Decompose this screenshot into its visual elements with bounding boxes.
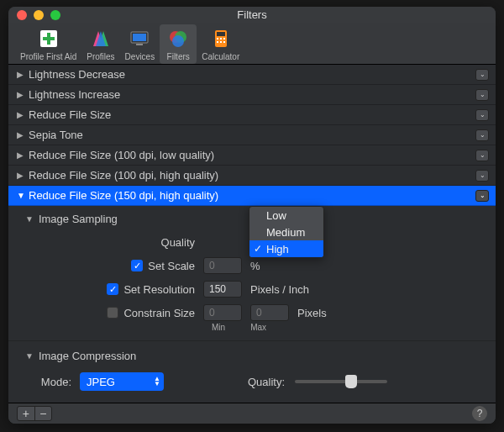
disclosure-right-icon: ▶ [17, 90, 25, 99]
filter-label: Reduce File Size [29, 108, 111, 121]
image-compression-header[interactable]: ▼ Image Compression [8, 346, 496, 367]
tool-label: Filters [167, 52, 190, 61]
constrain-size-checkbox[interactable] [107, 307, 118, 319]
mode-label: Mode: [25, 376, 80, 388]
profiles-icon [89, 27, 113, 50]
set-scale-label: Set Scale [148, 260, 195, 272]
disclosure-right-icon: ▶ [17, 171, 25, 180]
disclosure-down-icon: ▼ [25, 351, 34, 361]
image-sampling-panel: ▼ Image Sampling Low Medium ✓High Qualit… [8, 206, 496, 340]
filter-row[interactable]: ▶Lightness Decrease⌄ [8, 65, 496, 85]
svg-rect-8 [136, 44, 143, 45]
chevron-down-icon[interactable]: ⌄ [475, 89, 489, 101]
tool-label: Profile First Aid [20, 52, 76, 61]
titlebar: Filters [8, 7, 496, 23]
slider-track [295, 380, 387, 383]
filters-window: Filters Profile First Aid Profiles Devic… [8, 7, 496, 424]
slider-thumb[interactable] [345, 375, 357, 388]
mode-select[interactable]: JPEG ▲▼ [80, 372, 164, 391]
disclosure-right-icon: ▶ [17, 110, 25, 119]
svg-rect-18 [220, 41, 222, 43]
set-scale-unit: % [250, 260, 260, 272]
chevron-down-icon[interactable]: ⌄ [475, 109, 489, 121]
help-button[interactable]: ? [472, 406, 487, 421]
svg-rect-16 [223, 38, 225, 40]
chevron-down-icon[interactable]: ⌄ [475, 170, 489, 182]
filter-label: Sepia Tone [29, 129, 83, 141]
quality-option-medium[interactable]: Medium [249, 224, 323, 240]
svg-rect-19 [223, 41, 225, 43]
chevron-down-icon[interactable]: ⌄ [475, 190, 489, 202]
remove-button[interactable]: − [35, 407, 52, 420]
image-compression-panel: ▼ Image Compression Mode: JPEG ▲▼ Qualit… [8, 340, 496, 403]
filters-icon [166, 27, 190, 50]
chevron-down-icon[interactable]: ⌄ [475, 150, 489, 161]
svg-rect-7 [133, 34, 146, 41]
compression-quality-label: Quality: [248, 376, 285, 388]
filter-label: Reduce File Size (150 dpi, high quality) [29, 189, 218, 202]
constrain-min-field[interactable]: 0 [203, 304, 242, 321]
window-controls [17, 10, 60, 20]
set-resolution-unit: Pixels / Inch [250, 283, 309, 296]
constrain-max-field[interactable]: 0 [250, 304, 289, 321]
constrain-unit: Pixels [297, 307, 327, 319]
tool-label: Calculator [202, 52, 239, 61]
svg-rect-17 [217, 41, 218, 43]
add-button[interactable]: + [18, 407, 35, 420]
chevron-down-icon[interactable]: ⌄ [475, 129, 489, 141]
set-resolution-checkbox[interactable]: ✓ [107, 283, 118, 295]
add-remove-segment: + − [17, 406, 52, 421]
tool-profiles[interactable]: Profiles [81, 24, 119, 64]
disclosure-down-icon: ▼ [17, 191, 25, 200]
set-resolution-field[interactable]: 150 [203, 281, 242, 298]
disclosure-right-icon: ▶ [17, 150, 25, 160]
disclosure-down-icon: ▼ [25, 214, 34, 224]
tool-profile-first-aid[interactable]: Profile First Aid [15, 24, 81, 64]
devices-icon [128, 27, 151, 50]
filter-row[interactable]: ▶Reduce File Size (100 dpi, low quality)… [8, 145, 496, 166]
constrain-size-label: Constrain Size [123, 307, 195, 319]
chevron-down-icon[interactable]: ⌄ [475, 69, 489, 81]
disclosure-right-icon: ▶ [17, 130, 25, 140]
filter-row[interactable]: ▶Reduce File Size⌄ [8, 105, 496, 125]
quality-option-low[interactable]: Low [249, 207, 323, 224]
updown-icon: ▲▼ [154, 377, 160, 387]
filter-row-selected[interactable]: ▼Reduce File Size (150 dpi, high quality… [8, 186, 496, 206]
filter-list: ▶Lightness Decrease⌄ ▶Lightness Increase… [8, 65, 496, 206]
svg-rect-13 [217, 32, 225, 36]
tool-label: Profiles [87, 52, 114, 61]
compression-quality-slider[interactable] [295, 373, 387, 390]
filter-label: Lightness Decrease [29, 68, 125, 81]
quality-option-high[interactable]: ✓High [249, 240, 323, 257]
zoom-icon[interactable] [50, 10, 60, 20]
close-icon[interactable] [17, 10, 27, 20]
min-label: Min [212, 323, 225, 332]
filter-row[interactable]: ▶Reduce File Size (100 dpi, high quality… [8, 166, 496, 186]
quality-menu[interactable]: Low Medium ✓High [249, 206, 324, 258]
quality-label: Quality [161, 236, 195, 249]
profile-first-aid-icon [37, 27, 60, 50]
calculator-icon [209, 27, 233, 50]
filter-label: Reduce File Size (100 dpi, low quality) [29, 149, 214, 161]
check-icon: ✓ [254, 243, 262, 255]
filter-row[interactable]: ▶Sepia Tone⌄ [8, 125, 496, 145]
filter-row[interactable]: ▶Lightness Increase⌄ [8, 85, 496, 105]
footer: + − ? [8, 403, 496, 424]
toolbar: Profile First Aid Profiles Devices Filte… [8, 23, 496, 65]
filter-label: Lightness Increase [29, 88, 120, 101]
svg-rect-15 [220, 38, 222, 40]
window-title: Filters [8, 8, 496, 21]
tool-label: Devices [125, 52, 155, 61]
max-label: Max [250, 323, 266, 332]
set-scale-checkbox[interactable]: ✓ [131, 260, 143, 271]
tool-devices[interactable]: Devices [120, 24, 160, 64]
tool-filters[interactable]: Filters [160, 24, 197, 64]
set-scale-field[interactable]: 0 [203, 257, 242, 274]
svg-rect-2 [43, 37, 55, 40]
svg-rect-14 [217, 38, 218, 40]
disclosure-right-icon: ▶ [17, 70, 25, 79]
minimize-icon[interactable] [34, 10, 44, 20]
tool-calculator[interactable]: Calculator [197, 24, 244, 64]
set-resolution-label: Set Resolution [123, 283, 195, 296]
svg-point-11 [172, 35, 184, 47]
